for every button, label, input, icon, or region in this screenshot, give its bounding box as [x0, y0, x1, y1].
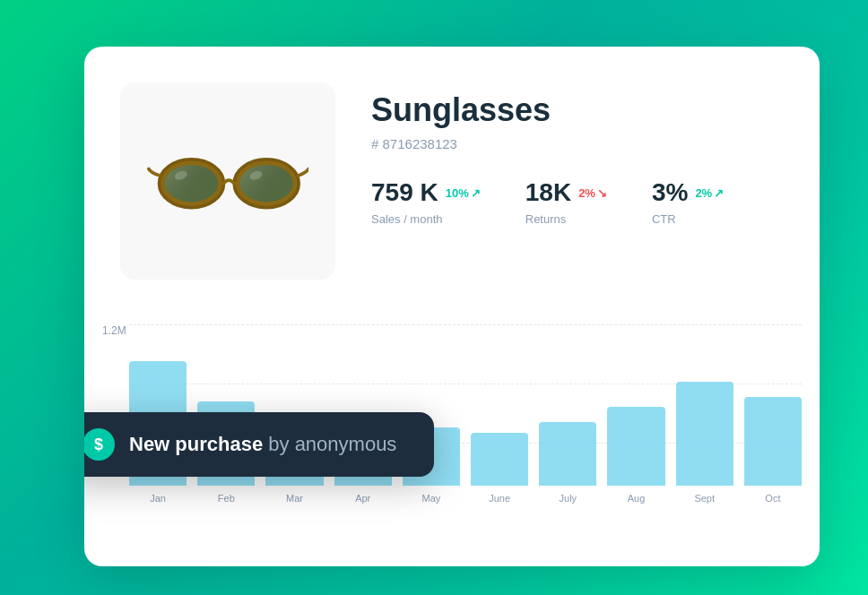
bar-label: Apr — [355, 493, 370, 504]
returns-badge: 2% ↘ — [578, 186, 607, 200]
metric-returns: 18K 2% ↘ Returns — [525, 178, 607, 226]
bar-label: Sept — [694, 493, 715, 504]
bar-label: Mar — [286, 493, 303, 504]
bar-group: June — [471, 433, 528, 504]
toast-text: New purchase by anonymous — [129, 433, 396, 456]
bar-group: Aug — [607, 407, 664, 504]
metrics-row: 759 K 10% ↗ Sales / month 18K 2% ↘ — [371, 178, 784, 226]
bar-label: July — [560, 493, 577, 504]
sunglasses-image — [147, 141, 308, 221]
chart-bar — [471, 433, 528, 486]
bar-label: Feb — [218, 493, 235, 504]
ctr-value: 3% — [652, 178, 688, 207]
ctr-badge: 2% ↗ — [695, 186, 724, 200]
product-section: Sunglasses # 8716238123 759 K 10% ↗ Sale… — [84, 47, 820, 306]
svg-point-5 — [240, 165, 293, 202]
bar-label: Jan — [150, 493, 166, 504]
returns-label: Returns — [525, 212, 607, 226]
bar-group: Sept — [676, 382, 733, 504]
toast-icon: $ — [84, 428, 115, 461]
metric-sales: 759 K 10% ↗ Sales / month — [371, 178, 481, 226]
ctr-label: CTR — [652, 212, 724, 226]
toast-light: by anonymous — [263, 433, 396, 455]
bar-label: May — [422, 493, 441, 504]
chart-bar — [676, 382, 733, 486]
chart-bar — [539, 422, 596, 486]
bar-label: Aug — [628, 493, 646, 504]
sales-label: Sales / month — [371, 212, 481, 226]
returns-value: 18K — [525, 178, 571, 207]
chart-y-label: 1.2M — [102, 324, 126, 337]
bar-group: Oct — [744, 397, 802, 504]
chart-bar — [744, 397, 802, 486]
chart-bar — [607, 407, 664, 486]
product-card: Sunglasses # 8716238123 759 K 10% ↗ Sale… — [84, 47, 820, 566]
bar-label: June — [489, 493, 510, 504]
metric-ctr: 3% 2% ↗ CTR — [652, 178, 724, 226]
svg-point-2 — [165, 165, 218, 202]
sales-value: 759 K — [371, 178, 438, 207]
toast-bold: New purchase — [129, 433, 263, 455]
bar-label: Oct — [765, 493, 780, 504]
product-id: # 8716238123 — [371, 136, 784, 151]
product-image-container — [120, 82, 335, 280]
sales-badge: 10% ↗ — [446, 186, 481, 200]
purchase-toast: $ New purchase by anonymous — [84, 412, 434, 477]
bar-group: July — [539, 422, 596, 504]
product-info: Sunglasses # 8716238123 759 K 10% ↗ Sale… — [371, 82, 784, 226]
product-title: Sunglasses — [371, 91, 784, 129]
